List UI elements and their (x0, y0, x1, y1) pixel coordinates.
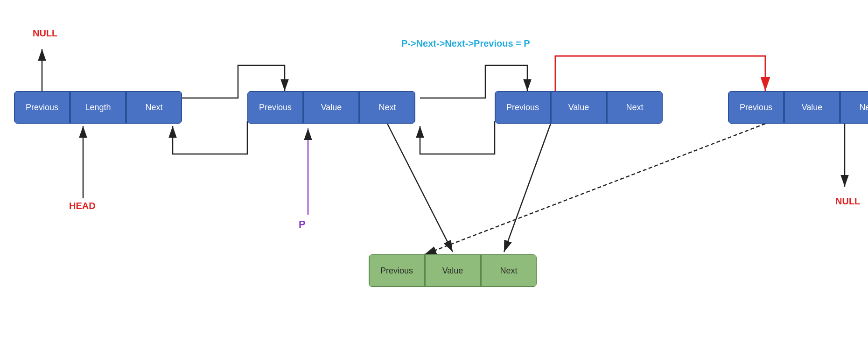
node5-value: Value (425, 254, 481, 287)
svg-line-9 (504, 124, 551, 252)
node4: Previous Value Next (728, 91, 868, 124)
svg-line-8 (387, 124, 453, 252)
head-label: HEAD (69, 201, 96, 211)
node1: Previous Length Next (14, 91, 182, 124)
node5: Previous Value Next (369, 254, 537, 287)
node3-previous: Previous (495, 91, 551, 124)
node3: Previous Value Next (495, 91, 663, 124)
node2-previous: Previous (247, 91, 303, 124)
node4-value: Value (784, 91, 840, 124)
node2: Previous Value Next (247, 91, 415, 124)
node5-next: Next (481, 254, 537, 287)
null-right-label: NULL (835, 196, 860, 207)
node1-next: Next (126, 91, 182, 124)
svg-line-10 (425, 124, 765, 254)
node2-value: Value (303, 91, 359, 124)
node1-previous: Previous (14, 91, 70, 124)
null-top-label: NULL (33, 28, 57, 39)
node4-next: Next (840, 91, 868, 124)
node3-value: Value (551, 91, 607, 124)
p-label: P (299, 218, 306, 231)
formula-label: P->Next->Next->Previous = P (401, 38, 530, 49)
arrows-layer (0, 0, 868, 350)
node4-previous: Previous (728, 91, 784, 124)
node3-next: Next (607, 91, 663, 124)
node1-length: Length (70, 91, 126, 124)
node2-next: Next (359, 91, 415, 124)
node5-previous: Previous (369, 254, 425, 287)
